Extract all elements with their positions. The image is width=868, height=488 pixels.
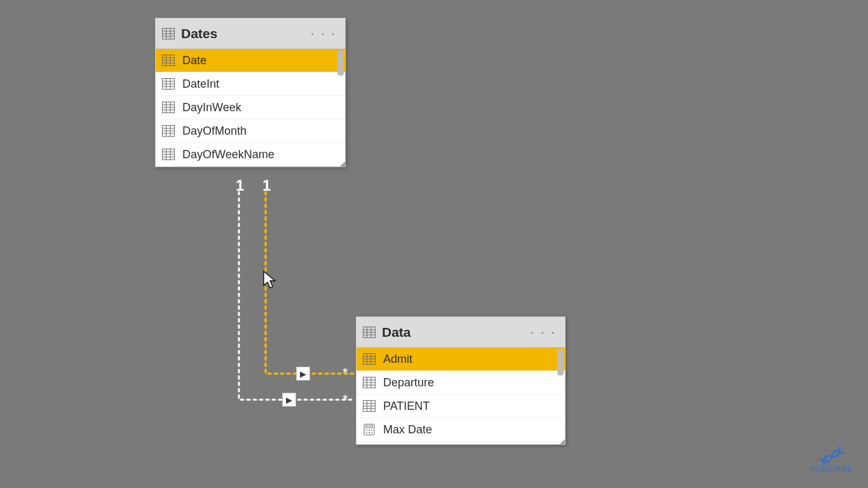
- more-options-button[interactable]: · · ·: [308, 25, 339, 42]
- field-label: Departure: [383, 376, 434, 390]
- table-title: Dates: [181, 26, 308, 41]
- subscribe-label: SUBSCRIBE: [810, 466, 853, 473]
- table-card-dates[interactable]: Dates · · · Date DateInt DayInWeek DayOf…: [155, 18, 346, 167]
- svg-rect-61: [366, 426, 373, 428]
- scrollbar-thumb[interactable]: [557, 349, 564, 376]
- table-icon: [363, 400, 376, 412]
- field-row[interactable]: DayOfMonth: [156, 119, 345, 143]
- field-label: Max Date: [383, 423, 432, 437]
- relationship-line-active[interactable]: [266, 192, 355, 374]
- table-icon: [162, 78, 175, 90]
- svg-point-63: [369, 430, 370, 431]
- filter-direction-arrow-inactive[interactable]: ▶: [282, 393, 296, 407]
- cardinality-inactive-from: 1: [236, 177, 244, 194]
- field-row[interactable]: PATIENT: [356, 395, 565, 418]
- svg-point-64: [371, 430, 372, 431]
- field-label: DayOfWeekName: [182, 148, 275, 161]
- field-row[interactable]: Max Date: [356, 418, 565, 442]
- filter-direction-arrow-active[interactable]: ▶: [296, 367, 310, 381]
- table-icon: [363, 377, 376, 388]
- cardinality-active-to: *: [342, 365, 348, 381]
- table-header-data[interactable]: Data · · ·: [356, 317, 565, 348]
- table-card-data[interactable]: Data · · · Admit Departure PATIENT Max D…: [356, 316, 566, 445]
- resize-handle[interactable]: [340, 161, 345, 166]
- field-list-dates: Date DateInt DayInWeek DayOfMonth DayOfW…: [156, 49, 345, 166]
- calculator-icon: [363, 424, 376, 435]
- mouse-cursor: [263, 271, 277, 290]
- svg-point-62: [366, 430, 367, 431]
- cardinality-active-from: 1: [262, 177, 271, 194]
- field-row[interactable]: DayOfWeekName: [156, 143, 345, 166]
- field-row[interactable]: Departure: [356, 371, 565, 395]
- field-label: DateInt: [182, 78, 219, 91]
- field-label: DayOfMonth: [182, 125, 247, 138]
- cardinality-inactive-to: *: [342, 391, 348, 408]
- table-header-dates[interactable]: Dates · · ·: [156, 18, 345, 49]
- field-row[interactable]: Admit: [356, 348, 565, 371]
- field-list-data: Admit Departure PATIENT Max Date: [356, 348, 565, 444]
- table-icon: [363, 327, 376, 338]
- subscribe-watermark: SUBSCRIBE: [810, 449, 853, 473]
- table-icon: [162, 102, 175, 113]
- table-icon: [162, 28, 175, 39]
- field-label: PATIENT: [383, 400, 430, 413]
- field-label: DayInWeek: [182, 101, 241, 114]
- field-row[interactable]: DayInWeek: [156, 96, 345, 119]
- field-row[interactable]: DateInt: [156, 72, 345, 96]
- svg-point-65: [366, 432, 367, 433]
- scrollbar-thumb[interactable]: [337, 50, 344, 76]
- table-icon: [162, 149, 175, 160]
- table-icon: [162, 55, 175, 66]
- table-icon: [363, 353, 376, 365]
- more-options-button[interactable]: · · ·: [527, 324, 559, 341]
- svg-point-67: [371, 432, 372, 433]
- field-label: Admit: [383, 353, 412, 366]
- resize-handle[interactable]: [560, 439, 565, 444]
- svg-point-66: [369, 432, 370, 433]
- table-icon: [162, 125, 175, 137]
- field-row[interactable]: Date: [156, 49, 345, 72]
- table-title: Data: [382, 325, 527, 340]
- field-label: Date: [182, 54, 207, 67]
